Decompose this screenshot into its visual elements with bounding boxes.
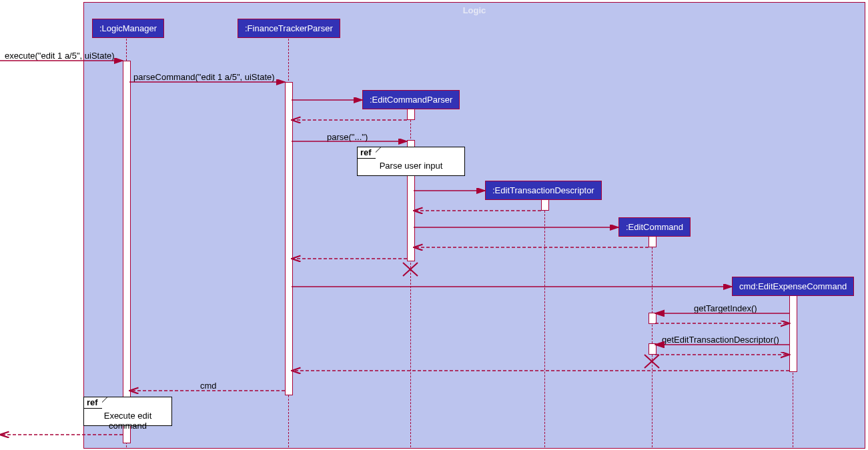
msg-parse-command: parseCommand("edit 1 a/5", uiState) xyxy=(133,72,275,82)
participant-label: cmd:EditExpenseCommand xyxy=(739,281,847,291)
msg-get-target-index: getTargetIndex() xyxy=(694,303,757,313)
msg-parse: parse("...") xyxy=(327,132,368,142)
lifeline-edit-command xyxy=(652,237,653,447)
activation-edit-command-2b xyxy=(648,343,657,355)
activation-edit-tx-desc xyxy=(541,199,549,211)
activation-finance-parser xyxy=(285,82,293,395)
participant-label: :EditCommand xyxy=(626,222,683,232)
activation-edit-cmd-parser-1 xyxy=(407,109,415,120)
lifeline-edit-tx-desc xyxy=(544,201,545,447)
activation-edit-command-1 xyxy=(648,236,657,247)
ref-parse-user-input: ref Parse user input xyxy=(357,147,465,176)
ref-tag: ref xyxy=(83,397,102,409)
participant-finance-parser: :FinanceTrackerParser xyxy=(238,19,340,38)
ref-tag: ref xyxy=(357,147,376,159)
msg-execute: execute("edit 1 a/5", uiState) xyxy=(5,51,115,61)
activation-edit-command-2a xyxy=(648,313,657,324)
activation-edit-expense-cmd xyxy=(789,295,797,372)
participant-label: :EditTransactionDescriptor xyxy=(492,185,594,195)
participant-logic-manager: :LogicManager xyxy=(92,19,164,38)
participant-edit-expense-cmd: cmd:EditExpenseCommand xyxy=(732,277,854,296)
participant-edit-tx-desc: :EditTransactionDescriptor xyxy=(485,181,602,200)
participant-label: :FinanceTrackerParser xyxy=(245,23,333,33)
participant-label: :LogicManager xyxy=(99,23,157,33)
activation-logic-manager xyxy=(123,61,131,443)
ref-execute-edit: ref Execute edit command xyxy=(83,397,172,426)
participant-edit-command: :EditCommand xyxy=(618,217,691,237)
frame-title: Logic xyxy=(463,5,486,15)
participant-edit-cmd-parser: :EditCommandParser xyxy=(362,90,460,109)
participant-label: :EditCommandParser xyxy=(370,95,452,105)
msg-return-cmd: cmd xyxy=(200,381,217,391)
msg-get-edit-tx-desc: getEditTransactionDescriptor() xyxy=(662,335,779,345)
